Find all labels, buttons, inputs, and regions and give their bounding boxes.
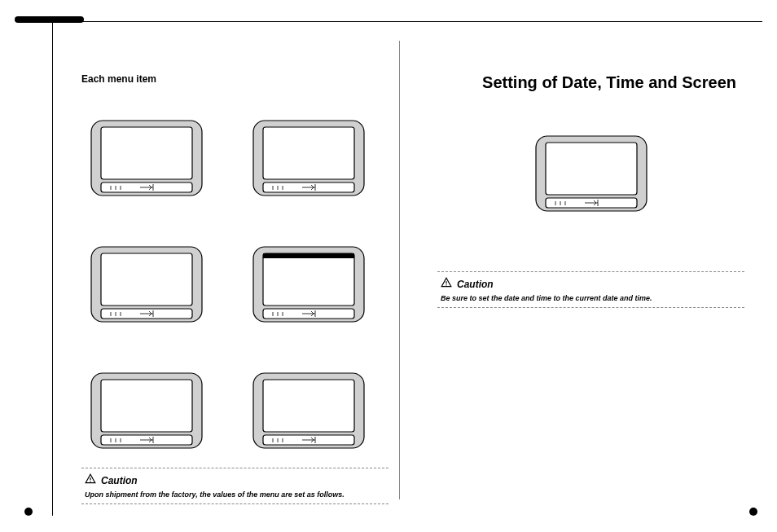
menu-screen-6 bbox=[252, 370, 366, 451]
page-dot-right bbox=[749, 508, 757, 516]
svg-point-38 bbox=[90, 481, 90, 481]
page-columns: Each menu item bbox=[73, 41, 753, 516]
caution-box-left: Caution Upon shipment from the factory, … bbox=[81, 468, 388, 504]
menu-screen-2 bbox=[252, 117, 366, 199]
page-dot-left bbox=[24, 508, 33, 516]
caution-text: Be sure to set the date and time to the … bbox=[441, 294, 741, 302]
caution-heading: Caution bbox=[85, 473, 385, 487]
warning-icon bbox=[441, 277, 452, 291]
caution-heading: Caution bbox=[441, 277, 741, 291]
section-title: Setting of Date, Time and Screen bbox=[437, 73, 744, 92]
screen-single-wrap bbox=[437, 117, 744, 255]
warning-icon bbox=[85, 473, 96, 487]
datetime-screen bbox=[534, 133, 648, 214]
left-column: Each menu item bbox=[73, 41, 397, 516]
right-column: Setting of Date, Time and Screen Caution… bbox=[429, 41, 753, 516]
screen-grid bbox=[81, 117, 388, 451]
svg-rect-20 bbox=[263, 253, 354, 258]
caution-label: Caution bbox=[457, 279, 494, 290]
svg-rect-26 bbox=[101, 380, 192, 432]
caution-text: Upon shipment from the factory, the valu… bbox=[85, 490, 385, 499]
caution-label: Caution bbox=[101, 475, 138, 486]
header-accent-bar bbox=[15, 16, 84, 23]
svg-point-46 bbox=[446, 284, 446, 285]
svg-rect-40 bbox=[546, 143, 637, 195]
menu-screen-1 bbox=[90, 117, 204, 199]
svg-rect-19 bbox=[263, 253, 354, 306]
caution-box-right: Caution Be sure to set the date and time… bbox=[437, 271, 744, 308]
svg-rect-1 bbox=[101, 127, 192, 179]
svg-rect-32 bbox=[263, 380, 354, 432]
svg-rect-7 bbox=[263, 127, 354, 179]
margin-rule bbox=[52, 21, 53, 516]
left-heading: Each menu item bbox=[81, 73, 388, 85]
svg-rect-13 bbox=[101, 253, 192, 306]
menu-screen-5 bbox=[90, 370, 204, 451]
menu-screen-4 bbox=[252, 244, 366, 325]
menu-screen-3 bbox=[90, 244, 204, 325]
header-rule bbox=[81, 21, 762, 22]
